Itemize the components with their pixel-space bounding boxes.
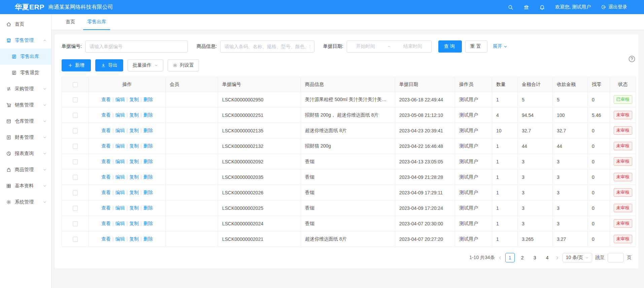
row-action-edit-link[interactable]: 编辑 — [115, 159, 125, 164]
add-button[interactable]: 新增 — [62, 59, 91, 71]
row-action-view-link[interactable]: 查看 — [101, 221, 111, 226]
bill-no-input[interactable] — [85, 40, 188, 53]
row-action-copy-link[interactable]: 复制 — [129, 174, 139, 180]
row-action-edit-link[interactable]: 编辑 — [115, 143, 125, 149]
change-cell: 0 — [588, 185, 610, 200]
sidebar-item-3[interactable]: 零售出库 — [0, 49, 51, 65]
row-checkbox[interactable] — [73, 97, 78, 102]
select-all-checkbox[interactable] — [73, 82, 78, 87]
received-cell: 3 — [553, 185, 588, 200]
row-action-view-link[interactable]: 查看 — [101, 143, 111, 149]
jump-to-page-input[interactable] — [608, 253, 624, 262]
row-action-edit-link[interactable]: 编辑 — [115, 97, 125, 102]
page-number-1[interactable]: 1 — [505, 253, 515, 262]
column-header: 操作员 — [455, 77, 492, 92]
row-action-delete-link[interactable]: 删除 — [143, 236, 153, 242]
search-icon[interactable] — [508, 4, 513, 10]
row-action-delete-link[interactable]: 删除 — [143, 128, 153, 133]
row-action-copy-link[interactable]: 复制 — [129, 190, 139, 195]
row-action-edit-link[interactable]: 编辑 — [115, 205, 125, 211]
column-settings-button[interactable]: 列设置 — [168, 59, 199, 71]
logout-button[interactable]: 退出登录 — [601, 4, 627, 10]
row-action-view-link[interactable]: 查看 — [101, 205, 111, 211]
sidebar-item-7[interactable]: 仓库管理 — [0, 113, 51, 129]
page-number-3[interactable]: 3 — [530, 253, 540, 262]
row-action-edit-link[interactable]: 编辑 — [115, 236, 125, 242]
sidebar-item-2[interactable]: 零售管理 — [0, 32, 51, 49]
qty-cell: 10 — [492, 123, 518, 138]
row-action-view-link[interactable]: 查看 — [101, 159, 111, 164]
row-action-edit-link[interactable]: 编辑 — [115, 190, 125, 195]
tab-1[interactable]: 首页 — [60, 14, 81, 30]
row-checkbox[interactable] — [73, 128, 78, 133]
row-action-delete-link[interactable]: 删除 — [143, 174, 153, 180]
chevron-down-icon — [154, 63, 158, 67]
row-action-edit-link[interactable]: 编辑 — [115, 174, 125, 180]
sidebar-item-12[interactable]: 系统管理 — [0, 194, 51, 210]
column-header: 操作 — [89, 77, 166, 92]
row-action-edit-link[interactable]: 编辑 — [115, 112, 125, 118]
row-checkbox[interactable] — [73, 221, 78, 226]
tab-2[interactable]: 零售出库 — [81, 14, 112, 30]
row-checkbox[interactable] — [73, 237, 78, 242]
row-action-delete-link[interactable]: 删除 — [143, 221, 153, 226]
row-action-delete-link[interactable]: 删除 — [143, 112, 153, 118]
row-action-view-link[interactable]: 查看 — [101, 97, 111, 102]
table-row: 查看|编辑|复制|删除LSCK00000002132招财猫 200g2023-0… — [62, 138, 636, 154]
reset-button[interactable]: 重置 — [465, 40, 487, 53]
sidebar-item-10[interactable]: 商品管理 — [0, 162, 51, 178]
row-checkbox[interactable] — [73, 175, 78, 180]
row-action-delete-link[interactable]: 删除 — [143, 159, 153, 164]
platform-icon[interactable] — [523, 4, 529, 10]
row-action-delete-link[interactable]: 删除 — [143, 190, 153, 195]
bill-date-label: 单据日期: — [323, 43, 343, 50]
row-checkbox[interactable] — [73, 190, 78, 195]
row-action-copy-link[interactable]: 复制 — [129, 236, 139, 242]
batch-actions-button[interactable]: 批量操作 — [128, 59, 163, 71]
row-action-delete-link[interactable]: 删除 — [143, 97, 153, 102]
pie-icon — [6, 151, 11, 156]
row-action-copy-link[interactable]: 复制 — [129, 159, 139, 164]
sidebar-item-6[interactable]: 销售管理 — [0, 97, 51, 113]
total-cell: 3.265 — [518, 231, 553, 247]
page-number-4[interactable]: 4 — [543, 253, 552, 262]
row-action-copy-link[interactable]: 复制 — [129, 97, 139, 102]
row-action-copy-link[interactable]: 复制 — [129, 143, 139, 149]
row-checkbox[interactable] — [73, 206, 78, 211]
help-icon[interactable] — [628, 55, 636, 63]
row-action-edit-link[interactable]: 编辑 — [115, 221, 125, 226]
prev-page-icon[interactable] — [498, 256, 502, 260]
date-range-picker[interactable]: 开始时间 ~ 结束时间 — [347, 40, 432, 53]
row-action-view-link[interactable]: 查看 — [101, 128, 111, 133]
row-checkbox[interactable] — [73, 144, 78, 149]
sidebar-item-9[interactable]: 报表查询 — [0, 146, 51, 162]
export-button[interactable]: 导出 — [95, 59, 123, 71]
row-action-copy-link[interactable]: 复制 — [129, 205, 139, 211]
date-cell: 2023-05-08 21:12:10 — [395, 107, 455, 123]
row-action-view-link[interactable]: 查看 — [101, 112, 111, 118]
next-page-icon[interactable] — [555, 256, 560, 260]
sidebar-item-5[interactable]: 采购管理 — [0, 81, 51, 97]
row-action-delete-link[interactable]: 删除 — [143, 143, 153, 149]
row-action-view-link[interactable]: 查看 — [101, 190, 111, 195]
row-action-copy-link[interactable]: 复制 — [129, 112, 139, 118]
row-action-edit-link[interactable]: 编辑 — [115, 128, 125, 133]
sidebar-item-4[interactable]: 零售退货 — [0, 65, 51, 81]
row-action-view-link[interactable]: 查看 — [101, 236, 111, 242]
row-action-view-link[interactable]: 查看 — [101, 174, 111, 180]
row-checkbox[interactable] — [73, 113, 78, 118]
sidebar-item-8[interactable]: 财务管理 — [0, 129, 51, 146]
page-size-select[interactable]: 10 条/页 — [563, 253, 592, 262]
expand-link[interactable]: 展开 — [493, 43, 508, 50]
notifications-icon[interactable] — [539, 4, 545, 10]
page-number-2[interactable]: 2 — [518, 253, 527, 262]
sidebar-item-11[interactable]: 基本资料 — [0, 178, 51, 194]
sidebar-item-1[interactable]: 首页 — [0, 16, 51, 32]
row-action-delete-link[interactable]: 删除 — [143, 205, 153, 211]
row-action-copy-link[interactable]: 复制 — [129, 128, 139, 133]
row-checkbox[interactable] — [73, 159, 78, 164]
row-action-copy-link[interactable]: 复制 — [129, 221, 139, 226]
search-button[interactable]: 查询 — [438, 40, 462, 53]
row-actions-cell: 查看|编辑|复制|删除 — [89, 154, 166, 169]
product-info-input[interactable] — [220, 40, 314, 53]
